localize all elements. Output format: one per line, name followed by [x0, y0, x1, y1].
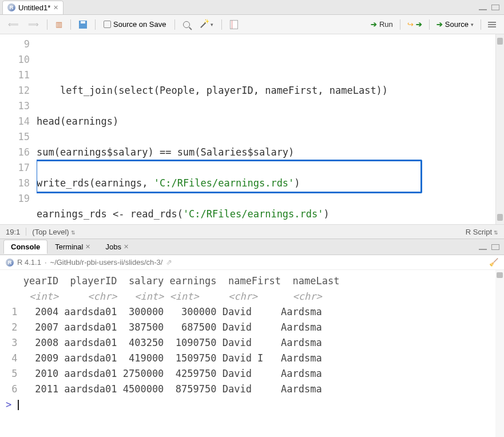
maximize-console-icon[interactable]: [491, 244, 499, 250]
maximize-pane-icon[interactable]: [491, 5, 499, 10]
scrollbar-thumb-top[interactable]: [497, 38, 503, 45]
file-tab-untitled[interactable]: R Untitled1* ✕: [2, 1, 64, 14]
source-arrow-icon: ➔: [436, 20, 443, 29]
rerun-icon: ↪: [407, 20, 414, 29]
line-number: 13: [2, 98, 30, 114]
minimize-console-icon[interactable]: [479, 249, 487, 250]
line-number: 11: [2, 67, 30, 83]
console-pane-controls: [479, 244, 499, 250]
file-type-selector[interactable]: R Script⇅: [466, 228, 498, 236]
table-row: 2 2007 aardsda01 387500 687500 David Aar…: [6, 320, 490, 335]
source-on-save-label: Source on Save: [113, 20, 166, 29]
forward-button[interactable]: ⟹: [26, 19, 41, 30]
back-button[interactable]: ⟸: [6, 19, 21, 30]
tab-console[interactable]: Console: [3, 240, 47, 254]
code-line[interactable]: [37, 191, 495, 206]
save-button[interactable]: [77, 19, 89, 30]
code-content[interactable]: left_join(select(People, playerID, nameF…: [37, 34, 495, 224]
line-number: 9: [2, 37, 30, 52]
console-scroll-thumb[interactable]: [497, 272, 503, 278]
editor-status-bar: 19:1 (Top Level)⇅ R Script⇅: [0, 224, 504, 239]
line-number: 15: [2, 129, 30, 145]
code-tools-button[interactable]: ▾: [197, 19, 216, 30]
go-to-dir-icon[interactable]: ⇗: [166, 258, 172, 267]
console-prompt[interactable]: >: [6, 397, 490, 412]
editor-toolbar: ⟸ ⟹ ▥ Source on Save ▾ ➔ Run ↪➔ ➔ Source…: [0, 15, 504, 34]
console-output[interactable]: yearID playerID salary earnings nameFirs…: [0, 270, 495, 437]
code-line[interactable]: sum(earnings$salary) == sum(Salaries$sal…: [37, 145, 495, 160]
scrollbar-thumb-bottom[interactable]: [497, 214, 503, 221]
code-line[interactable]: head(earnings): [37, 114, 495, 129]
bottom-tab-bar: Console Terminal✕ Jobs✕: [0, 239, 504, 255]
wand-icon: [199, 20, 208, 29]
line-number: 10: [2, 52, 30, 67]
line-gutter: 910111213141516171819: [0, 34, 37, 224]
save-icon: [79, 21, 87, 29]
code-line[interactable]: earnings_rds <- read_rds('C:/RFiles/earn…: [37, 206, 495, 222]
table-row: 1 2004 aardsda01 300000 300000 David Aar…: [6, 304, 490, 320]
editor-scrollbar[interactable]: [495, 34, 504, 224]
table-type-row: <int> <chr> <int> <int> <chr> <chr>: [6, 289, 490, 304]
clear-console-icon[interactable]: 🧹: [489, 258, 498, 267]
outline-button[interactable]: [486, 21, 498, 29]
file-tab-label: Untitled1*: [18, 3, 50, 12]
line-number: 19: [2, 191, 30, 206]
show-in-new-window-button[interactable]: ▥: [53, 19, 65, 30]
console-info-bar: R R 4.1.1 · ~/GitHub/r-pbi-users-ii/slid…: [0, 255, 504, 270]
outline-icon: [488, 22, 496, 27]
working-directory[interactable]: ~/GitHub/r-pbi-users-ii/slides/ch-3/: [50, 258, 163, 267]
line-number: 12: [2, 83, 30, 98]
r-version: R 4.1.1: [17, 258, 41, 267]
r-console-icon: R: [6, 259, 14, 267]
tab-terminal[interactable]: Terminal✕: [47, 240, 98, 254]
source-label: Source: [445, 20, 469, 29]
table-header-row: yearID playerID salary earnings nameFirs…: [6, 273, 490, 289]
run-label: Run: [379, 20, 393, 29]
scope-selector[interactable]: (Top Level)⇅: [32, 228, 75, 236]
r-file-icon: R: [7, 3, 15, 11]
compile-report-button[interactable]: [228, 19, 240, 30]
rerun-button[interactable]: ↪➔: [405, 19, 424, 30]
source-on-save-toggle[interactable]: Source on Save: [101, 19, 169, 30]
code-editor[interactable]: 910111213141516171819 left_join(select(P…: [0, 34, 504, 224]
source-button[interactable]: ➔ Source ▾: [434, 19, 476, 30]
highlight-box: [37, 160, 422, 193]
console-scrollbar[interactable]: [495, 270, 504, 437]
line-number: 16: [2, 145, 30, 160]
tab-jobs[interactable]: Jobs✕: [98, 240, 136, 254]
find-button[interactable]: [181, 20, 192, 29]
table-row: 3 2008 aardsda01 403250 1090750 David Aa…: [6, 335, 490, 351]
pane-controls: [479, 5, 499, 10]
run-button[interactable]: ➔ Run: [368, 19, 395, 30]
line-number: 18: [2, 176, 30, 191]
notebook-icon: [230, 20, 238, 29]
code-line[interactable]: [37, 129, 495, 145]
line-number: 14: [2, 114, 30, 129]
run-arrow-icon: ➔: [371, 20, 377, 29]
table-row: 4 2009 aardsda01 419000 1509750 David I …: [6, 351, 490, 366]
code-line[interactable]: left_join(select(People, playerID, nameF…: [37, 83, 495, 98]
minimize-pane-icon[interactable]: [479, 9, 487, 10]
cursor-position: 19:1: [6, 228, 20, 236]
code-line[interactable]: [37, 98, 495, 114]
line-number: 17: [2, 160, 30, 176]
table-row: 5 2010 aardsda01 2750000 4259750 David A…: [6, 366, 490, 382]
table-row: 6 2011 aardsda01 4500000 8759750 David A…: [6, 382, 490, 397]
code-line[interactable]: head(earnings_rds): [37, 222, 495, 224]
search-icon: [183, 21, 190, 28]
checkbox-icon: [104, 21, 111, 28]
separator-dot: ·: [45, 258, 47, 267]
file-tab-bar: R Untitled1* ✕: [0, 0, 504, 15]
close-icon[interactable]: ✕: [53, 4, 58, 11]
